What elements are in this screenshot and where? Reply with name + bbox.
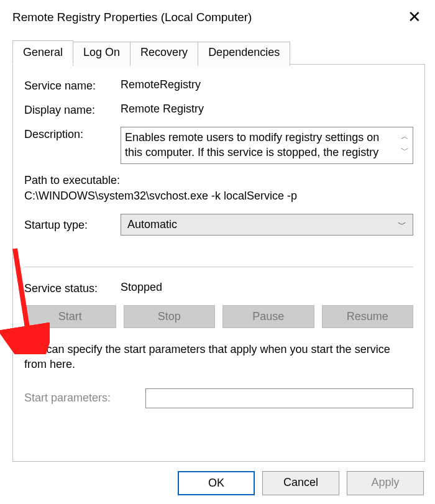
tab-dependencies[interactable]: Dependencies [198, 42, 290, 66]
startup-type-value: Automatic [127, 218, 177, 231]
display-name-label: Display name: [24, 103, 121, 117]
description-box: Enables remote users to modify registry … [121, 127, 413, 164]
resume-button[interactable]: Resume [322, 305, 414, 328]
startup-type-label: Startup type: [24, 218, 121, 232]
scroll-down-icon[interactable]: ﹀ [401, 145, 409, 156]
path-label: Path to executable: [24, 174, 413, 187]
start-button[interactable]: Start [24, 305, 116, 328]
ok-button[interactable]: OK [178, 471, 255, 495]
description-text: Enables remote users to modify registry … [125, 130, 398, 160]
separator [24, 267, 413, 267]
startup-type-select[interactable]: Automatic ﹀ [121, 214, 413, 236]
start-params-label: Start parameters: [24, 392, 145, 405]
titlebar: Remote Registry Properties (Local Comput… [0, 0, 435, 32]
start-params-input[interactable] [145, 388, 413, 408]
start-params-hint: You can specify the start parameters tha… [24, 342, 413, 372]
service-status-value: Stopped [121, 281, 162, 294]
tab-recovery[interactable]: Recovery [130, 42, 198, 66]
service-status-label: Service status: [24, 281, 121, 295]
service-name-label: Service name: [24, 78, 121, 93]
path-value: C:\WINDOWS\system32\svchost.exe -k local… [24, 190, 413, 203]
tab-log-on[interactable]: Log On [73, 42, 130, 66]
tab-bar: General Log On Recovery Dependencies [12, 40, 435, 65]
dialog-footer: OK Cancel Apply [0, 462, 435, 495]
scroll-up-icon[interactable]: ︿ [401, 131, 409, 142]
stop-button[interactable]: Stop [124, 305, 216, 328]
chevron-down-icon: ﹀ [398, 219, 406, 231]
description-label: Description: [24, 127, 121, 141]
cancel-button[interactable]: Cancel [262, 471, 339, 495]
close-icon[interactable]: ✕ [404, 7, 425, 27]
service-name-value: RemoteRegistry [121, 78, 201, 91]
tab-general[interactable]: General [12, 40, 73, 65]
apply-button[interactable]: Apply [347, 471, 424, 495]
tab-panel-general: Service name: RemoteRegistry Display nam… [12, 64, 425, 462]
pause-button[interactable]: Pause [222, 305, 314, 328]
window-title: Remote Registry Properties (Local Comput… [12, 11, 252, 24]
display-name-value: Remote Registry [121, 103, 204, 116]
